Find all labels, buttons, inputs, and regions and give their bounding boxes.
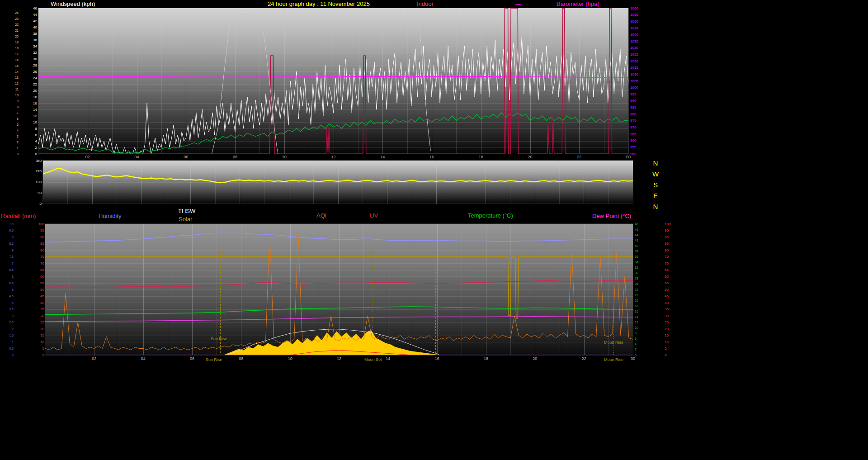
barometer-legend-dash: —	[515, 0, 521, 7]
axis-tick-label: 14	[12, 70, 19, 74]
axis-tick-label: 32	[25, 51, 37, 55]
rainfall-axis: 109.598.587.576.565.554.543.532.521.510.…	[5, 224, 14, 355]
axis-tick-label: 34	[635, 261, 645, 264]
sun-rise-axis-label: Sun Rise	[206, 357, 222, 362]
compass-letter: N	[651, 159, 660, 167]
axis-tick-label: 1000	[630, 86, 644, 90]
axis-tick-label: 36	[635, 255, 645, 259]
axis-tick-label: 9	[12, 100, 19, 103]
compass-letter: E	[651, 192, 660, 199]
axis-tick-label: 90	[27, 191, 42, 195]
moon-rise-axis-label: Moon Rise	[604, 357, 623, 362]
legend-dew-point: Dew Point (°C)	[592, 213, 631, 219]
axis-tick-label: 45	[665, 294, 675, 298]
axis-tick-label: 50	[665, 288, 675, 292]
x-axis-label: 10	[288, 356, 292, 361]
axis-tick-label: 20	[33, 327, 44, 331]
axis-tick-label: 955	[630, 146, 644, 149]
axis-tick-label: 25	[665, 321, 675, 324]
axis-tick-label: 20	[25, 89, 37, 93]
axis-tick-label: 2	[25, 146, 37, 150]
legend-temperature: Temperature (°C)	[468, 212, 513, 219]
x-axis-label: 18	[479, 155, 483, 159]
x-axis-label: 12	[337, 356, 341, 361]
axis-tick-label: 1	[12, 147, 19, 150]
indoor-legend-label: Indoor	[417, 0, 434, 7]
left-percent-axis: 1009590858075706560555045403530252015105…	[33, 224, 44, 355]
axis-tick-label: 7	[12, 111, 19, 115]
axis-tick-label: 100	[665, 223, 675, 226]
axis-tick-label: 1045	[630, 26, 644, 30]
axis-tick-label: 6	[12, 117, 19, 121]
legend-humidity: Humidity	[99, 213, 122, 219]
x-axis-label: 08	[233, 155, 237, 159]
axis-tick-label: 4	[5, 301, 14, 305]
x-axis-label: 22	[577, 155, 581, 159]
axis-tick-label: 14	[25, 108, 37, 112]
axis-tick-label: 8	[12, 105, 19, 109]
axis-tick-label: 50	[33, 288, 44, 292]
wind-direction-chart-canvas	[43, 161, 633, 204]
axis-tick-label: 1060	[630, 7, 644, 10]
axis-tick-label: 980	[630, 113, 644, 116]
axis-tick-label: 40	[25, 26, 37, 29]
axis-tick-label: 1050	[630, 20, 644, 24]
x-axis-label: 10	[282, 155, 287, 159]
x-axis-label: 16	[429, 155, 434, 159]
axis-tick-label: 5.5	[5, 281, 14, 285]
axis-tick-label: 22	[12, 23, 19, 27]
axis-tick-label: 12	[635, 321, 645, 324]
axis-tick-label: 975	[630, 119, 644, 123]
axis-tick-label: 24	[12, 11, 19, 15]
axis-tick-label: 6.5	[5, 268, 14, 272]
axis-tick-label: 25	[33, 321, 44, 324]
axis-tick-label: 46	[635, 228, 645, 232]
axis-tick-label: 40	[635, 244, 645, 248]
axis-tick-label: 1005	[630, 80, 644, 83]
axis-tick-label: 32	[635, 266, 645, 270]
legend-uv: UV	[370, 212, 378, 219]
axis-tick-label: 20	[12, 35, 19, 38]
axis-tick-label: 0	[25, 152, 37, 156]
axis-tick-label: 965	[630, 133, 644, 136]
axis-tick-label: 7.5	[5, 255, 14, 259]
axis-tick-label: 90	[33, 236, 44, 239]
axis-tick-label: 40	[665, 301, 675, 305]
axis-tick-label: 12	[25, 114, 37, 118]
compass-letter: N	[651, 203, 660, 210]
axis-tick-label: 30	[25, 57, 37, 61]
axis-tick-label: 13	[12, 76, 19, 80]
axis-tick-label: 2	[635, 348, 645, 351]
top-chart-time-axis: 020406081012141618202200	[38, 155, 628, 160]
axis-tick-label: 10	[665, 341, 675, 344]
axis-tick-label: 22	[635, 294, 645, 297]
x-axis-label: 00	[631, 356, 635, 361]
compass-letter: W	[651, 170, 660, 178]
axis-tick-label: 270	[27, 170, 42, 173]
axis-tick-label: 10	[25, 121, 37, 124]
axis-tick-label: 985	[630, 106, 644, 109]
moon-rise-annotation: Moon Rise	[604, 340, 623, 345]
axis-tick-label: 18	[25, 95, 37, 99]
axis-tick-label: 950	[630, 152, 644, 156]
axis-tick-label: 75	[665, 255, 675, 259]
x-axis-label: 04	[134, 155, 139, 159]
axis-tick-label: 44	[25, 13, 37, 17]
axis-tick-label: 10	[12, 94, 19, 97]
x-axis-label: 16	[435, 356, 439, 361]
axis-tick-label: 35	[33, 308, 44, 311]
x-axis-label: 12	[331, 155, 335, 159]
axis-tick-label: 4	[635, 342, 645, 346]
axis-tick-label: 18	[635, 304, 645, 308]
x-axis-label: 14	[386, 356, 390, 361]
x-axis-label: 00	[626, 155, 631, 159]
axis-tick-label: 12	[12, 82, 19, 85]
x-axis-label: 20	[533, 356, 537, 361]
axis-tick-label: 6	[635, 337, 645, 341]
x-axis-label: 06	[184, 155, 188, 159]
axis-tick-label: 10	[635, 326, 645, 330]
axis-tick-label: 16	[635, 310, 645, 313]
axis-tick-label: 95	[33, 229, 44, 232]
legend-rainfall: Rainfall (mm)	[1, 213, 36, 219]
axis-tick-label: 30	[635, 271, 645, 275]
